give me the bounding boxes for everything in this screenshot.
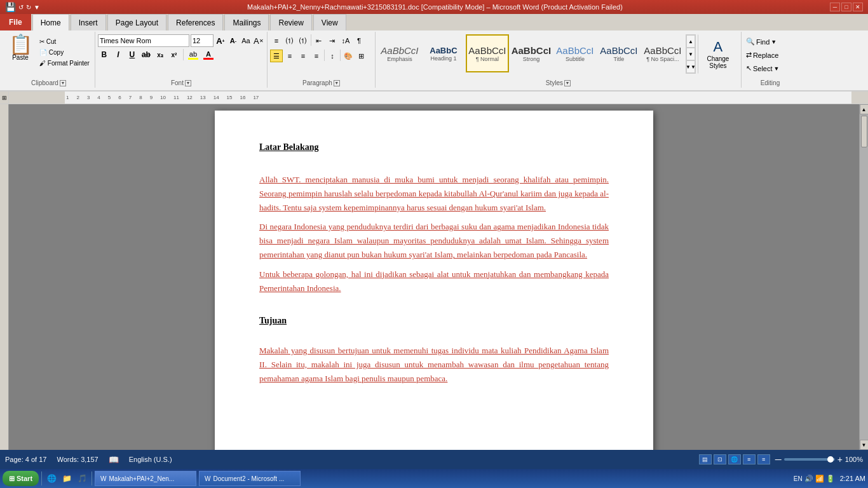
outline-view[interactable]: ≡ [743,454,756,464]
styles-expand[interactable]: ▼▼ [686,60,695,73]
align-center-button[interactable]: ≡ [283,50,296,62]
text-highlight-button[interactable]: ab [186,48,200,61]
heading-latar-belakang: Latar Belakang [259,142,609,152]
align-left-button[interactable]: ≡ [310,50,323,62]
style-subtitle[interactable]: AaBbCcI Subtitle [553,34,597,72]
paste-icon: 📋 [9,35,32,54]
sort-button[interactable]: ↕A [339,34,352,47]
maximize-button[interactable]: □ [841,3,851,11]
full-screen-view[interactable]: ⊡ [714,454,726,464]
tab-view[interactable]: View [313,14,346,30]
shading-button[interactable]: 🎨 [342,50,355,62]
start-button[interactable]: ⊞ Start [3,471,39,486]
find-button[interactable]: 🔍 Find ▼ [744,36,796,48]
multilevel-button[interactable]: ⑴ [297,34,309,47]
styles-group: AaBbCcI Emphasis AaBbC Heading 1 AaBbCcI… [376,32,742,88]
replace-icon: ⇄ [746,51,752,59]
paragraph-expand[interactable]: ▼ [334,80,340,86]
word-icon-2: W [205,475,210,482]
align-right-button[interactable]: ≡ [297,50,309,62]
scroll-down-button[interactable]: ▼ [860,440,869,450]
cut-button[interactable]: ✂ Cut [37,37,92,46]
ruler-corner[interactable]: ⊞ [0,92,9,104]
app1-taskbar[interactable]: W Makalah+PAI+2_Nen... [95,471,196,486]
select-button[interactable]: ↖ Select ▼ [744,62,796,74]
tab-references[interactable]: References [168,14,223,30]
explorer-icon[interactable]: 📁 [60,471,74,485]
decrease-indent-button[interactable]: ⇤ [313,34,325,47]
scroll-up-button[interactable]: ▲ [860,104,869,114]
underline-button[interactable]: U [126,48,139,61]
tab-home[interactable]: Home [32,14,69,30]
numbering-button[interactable]: ⑴ [283,34,296,47]
clear-formatting-button[interactable]: A✕ [253,35,264,46]
copy-button[interactable]: 📄 Copy [37,48,92,57]
tab-insert[interactable]: Insert [71,14,106,30]
replace-button[interactable]: ⇄ Replace [744,49,796,61]
show-formatting-button[interactable]: ¶ [353,34,365,47]
bold-button[interactable]: B [98,48,111,61]
document-scroll[interactable]: Latar Belakang Allah SWT. menciptakan ma… [9,104,859,450]
status-bar: Page: 4 of 17 Words: 3,157 📖 English (U.… [0,450,868,469]
para1: Allah SWT. menciptakan manusia di muka b… [259,173,609,215]
justify-button[interactable]: ☰ [270,50,283,62]
style-emphasis[interactable]: AaBbCcI Emphasis [378,34,421,72]
styles-expand-btn[interactable]: ▼ [564,80,571,86]
italic-button[interactable]: I [112,48,125,61]
editing-label: Editing [761,79,780,86]
scroll-thumb[interactable] [861,116,867,147]
change-styles-button[interactable]: A Change Styles [698,34,738,74]
font-shrink-button[interactable]: A- [227,35,239,46]
change-case-button[interactable]: Aa [240,35,252,46]
style-heading1[interactable]: AaBbC Heading 1 [422,34,465,72]
borders-button[interactable]: ⊞ [355,50,368,62]
line-spacing-button[interactable]: ↕ [326,50,339,62]
clipboard-expand[interactable]: ▼ [60,80,66,86]
app2-taskbar[interactable]: W Document2 - Microsoft ... [199,471,301,486]
scroll-track [860,114,869,440]
paste-button[interactable]: 📋 Paste [5,34,36,62]
strikethrough-button[interactable]: ab [140,48,153,61]
styles-scroll-down[interactable]: ▼ [686,48,695,60]
tab-mailings[interactable]: Mailings [224,14,269,30]
document-area: Latar Belakang Allah SWT. menciptakan ma… [0,104,868,450]
font-color-button[interactable]: A [201,48,215,61]
print-layout-view[interactable]: ▤ [699,454,712,464]
font-size-input[interactable] [191,34,214,47]
close-button[interactable]: ✕ [853,3,863,11]
format-painter-button[interactable]: 🖌 Format Painter [37,58,92,68]
para4: Makalah yang disusun bertujuan untuk mem… [259,344,609,386]
style-normal[interactable]: AaBbCcI ¶ Normal [466,34,509,72]
style-nospace[interactable]: AaBbCcI ¶ No Spaci... [641,34,684,72]
tab-review[interactable]: Review [270,14,311,30]
increase-indent-button[interactable]: ⇥ [326,34,339,47]
superscript-button[interactable]: x² [168,48,180,61]
zoom-minus-button[interactable]: ─ [775,454,782,464]
draft-view[interactable]: ≡ [757,454,770,464]
left-margin [0,104,9,450]
font-expand[interactable]: ▼ [185,80,191,86]
bullets-button[interactable]: ≡ [270,34,283,47]
web-layout-view[interactable]: 🌐 [728,454,741,464]
style-strong[interactable]: AaBbCcI Strong [510,34,553,72]
zoom-thumb[interactable] [827,456,834,463]
subscript-button[interactable]: x₂ [154,48,166,61]
tab-page-layout[interactable]: Page Layout [107,14,166,30]
media-icon[interactable]: 🎵 [75,471,89,485]
minimize-button[interactable]: ─ [830,3,840,11]
font-grow-button[interactable]: A+ [215,35,226,46]
font-face-input[interactable] [98,34,189,47]
zoom-slider[interactable] [784,458,835,461]
style-title[interactable]: AaBbCcI Title [597,34,641,72]
network-icon: 📶 [815,475,824,483]
paste-label: Paste [12,54,29,61]
system-tray-icons: EN 🔊 📶 🔋 [794,475,835,483]
speaker-icon: 🔊 [804,475,813,483]
para2: Di negara Indonesia yang penduduknya ter… [259,220,609,262]
spell-icon: 📖 [109,455,119,464]
tab-file[interactable]: File [0,14,31,30]
zoom-plus-button[interactable]: + [837,454,843,464]
ie-icon[interactable]: 🌐 [44,471,58,485]
quick-launch: 🌐 📁 🎵 [41,471,92,485]
styles-scroll-up[interactable]: ▲ [686,35,695,48]
